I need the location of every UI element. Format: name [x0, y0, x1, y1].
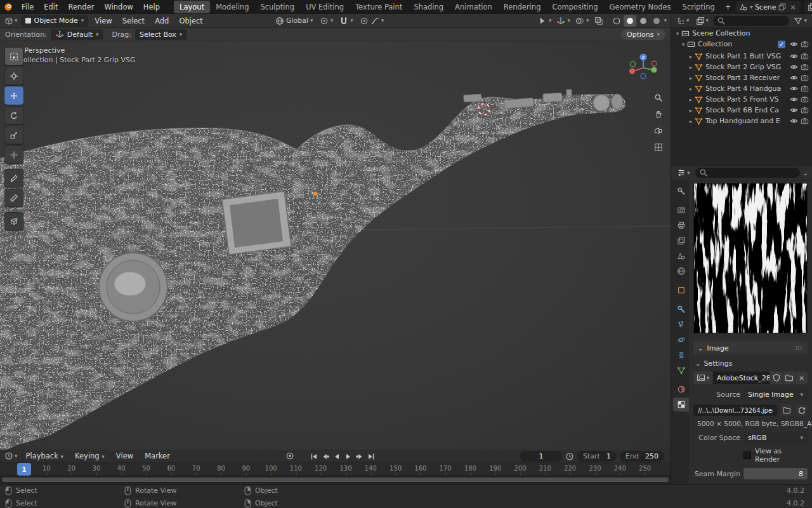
image-browse-dropdown[interactable]: ▾: [693, 371, 712, 384]
menu-help[interactable]: Help: [138, 1, 165, 13]
camera-icon[interactable]: [801, 40, 809, 48]
unlink-image-button[interactable]: ×: [796, 371, 808, 384]
viewport-menu-view[interactable]: View: [89, 15, 117, 27]
viewport-menu-select[interactable]: Select: [117, 15, 150, 27]
menu-view[interactable]: View: [111, 450, 138, 462]
shading-solid-button[interactable]: [624, 15, 636, 27]
camera-icon[interactable]: [801, 95, 809, 104]
workspace-tab-geometry-nodes[interactable]: Geometry Nodes: [604, 1, 677, 13]
eye-icon[interactable]: [790, 84, 798, 93]
play-button[interactable]: [343, 451, 353, 462]
workspace-tab-compositing[interactable]: Compositing: [546, 1, 603, 13]
eye-icon[interactable]: [790, 95, 798, 104]
tab-render[interactable]: [673, 203, 689, 217]
settings-subsection-header[interactable]: ⌄ Settings: [695, 359, 808, 368]
gizmo-z-neg[interactable]: [641, 74, 646, 79]
workspace-tab-texture-paint[interactable]: Texture Paint: [350, 1, 408, 13]
pan-button[interactable]: [651, 107, 666, 121]
timeline-scrollbar[interactable]: [0, 476, 671, 484]
file-path-field[interactable]: //..\..\Downl...73264.jpeg: [693, 404, 777, 416]
tool-scale[interactable]: [4, 126, 23, 144]
workspace-tab-shading[interactable]: Shading: [408, 1, 449, 13]
outliner-item[interactable]: ▸Stock Part 2 Grip VSG: [671, 62, 812, 72]
expand-icon[interactable]: ▸: [687, 107, 695, 114]
source-dropdown[interactable]: Single Image ▾: [743, 389, 808, 400]
tool-select-box[interactable]: [4, 47, 23, 65]
timeline-editor-type-button[interactable]: ▾: [3, 451, 20, 460]
play-reverse-button[interactable]: [331, 451, 342, 462]
camera-icon[interactable]: [801, 84, 809, 93]
start-frame-field[interactable]: Start 1: [577, 451, 617, 462]
shading-wireframe-button[interactable]: [610, 15, 623, 27]
prev-keyframe-button[interactable]: [320, 451, 331, 462]
tab-output[interactable]: [673, 218, 689, 232]
navigation-gizmo[interactable]: Z: [629, 50, 658, 79]
tab-texture[interactable]: [673, 398, 689, 411]
expand-icon[interactable]: ▾: [679, 41, 687, 48]
eye-icon[interactable]: [790, 63, 798, 71]
viewlayer-selector[interactable]: ▾ ViewLayer ×: [804, 1, 812, 13]
menu-keying[interactable]: Keying ▾: [70, 450, 110, 462]
tool-move[interactable]: [4, 86, 23, 105]
snap-dropdown[interactable]: ▾: [338, 17, 355, 25]
tab-object-data[interactable]: [673, 363, 689, 377]
pivot-point-dropdown[interactable]: ▾: [318, 17, 335, 25]
tool-cursor[interactable]: [4, 67, 23, 85]
menu-window[interactable]: Window: [99, 1, 138, 13]
tab-scene[interactable]: [673, 249, 689, 263]
gizmo-y-neg[interactable]: [631, 62, 636, 67]
tab-view-layer[interactable]: [673, 234, 689, 248]
eye-icon[interactable]: [790, 106, 798, 114]
scene-selector[interactable]: ▾ Scene ×: [736, 1, 800, 13]
workspace-tab-animation[interactable]: Animation: [449, 1, 498, 13]
menu-render[interactable]: Render: [63, 1, 100, 13]
view-as-render-checkbox[interactable]: [743, 451, 751, 459]
gizmo-y-axis[interactable]: [652, 67, 657, 73]
expand-icon[interactable]: ▸: [687, 86, 695, 92]
eye-icon[interactable]: [790, 117, 798, 125]
workspace-tab-rendering[interactable]: Rendering: [498, 1, 547, 13]
tool-transform[interactable]: [4, 145, 23, 164]
auto-keying-toggle[interactable]: [285, 451, 294, 460]
properties-editor-type-button[interactable]: ▾: [675, 168, 692, 177]
tab-tool[interactable]: [673, 184, 689, 198]
menu-edit[interactable]: Edit: [39, 1, 63, 13]
gizmo-x-neg[interactable]: [652, 61, 657, 66]
transform-orientation-dropdown[interactable]: Global ▾: [274, 17, 315, 25]
object-type-visibility-dropdown[interactable]: ▾: [537, 17, 553, 25]
fake-user-button[interactable]: [770, 371, 782, 384]
options-dropdown[interactable]: Options ▾: [621, 29, 665, 40]
scrollbar-thumb[interactable]: [2, 478, 669, 482]
overlays-dropdown[interactable]: ▾: [574, 17, 591, 25]
outliner-collection-row[interactable]: ▾ Collection ✓: [671, 39, 812, 50]
end-frame-field[interactable]: End 250: [620, 451, 664, 462]
next-keyframe-button[interactable]: [354, 451, 365, 462]
expand-icon[interactable]: ▸: [687, 118, 695, 124]
xray-toggle[interactable]: [593, 15, 605, 27]
mode-dropdown[interactable]: Object Mode ▾: [21, 15, 89, 27]
tool-measure[interactable]: [4, 189, 23, 207]
image-name-field[interactable]: AdobeStock_282...: [713, 371, 769, 384]
outliner-item[interactable]: ▸Top Handguard and E: [671, 116, 812, 126]
workspace-tab-sculpting[interactable]: Sculpting: [254, 1, 300, 13]
workspace-tab-modeling[interactable]: Modeling: [210, 1, 254, 13]
menu-marker[interactable]: Marker: [140, 450, 175, 462]
viewport-menu-object[interactable]: Object: [174, 15, 207, 27]
workspace-tab-uv-editing[interactable]: UV Editing: [300, 1, 350, 13]
tab-world[interactable]: [673, 264, 689, 278]
expand-icon[interactable]: ▸: [687, 64, 695, 70]
tool-rotate[interactable]: [4, 106, 23, 124]
unlink-scene-button[interactable]: ×: [789, 3, 797, 11]
jump-to-start-button[interactable]: [308, 451, 319, 462]
proportional-editing-toggle[interactable]: ▾: [358, 17, 386, 25]
gizmos-dropdown[interactable]: ▾: [555, 17, 572, 25]
projection-toggle-button[interactable]: [651, 140, 666, 154]
3d-viewport[interactable]: User Perspective (1) Collection | Stock …: [0, 41, 671, 450]
outliner-editor-type-button[interactable]: ▾: [674, 17, 691, 25]
outliner-scene-collection-row[interactable]: ▾ Scene Collection: [671, 28, 812, 39]
camera-icon[interactable]: [801, 117, 809, 125]
preview-range-clock-icon[interactable]: [565, 452, 574, 461]
menu-file[interactable]: File: [16, 1, 39, 13]
workspace-tab-scripting[interactable]: Scripting: [677, 1, 721, 13]
outliner-item[interactable]: ▸Stock Part 5 Front VS: [671, 94, 812, 105]
